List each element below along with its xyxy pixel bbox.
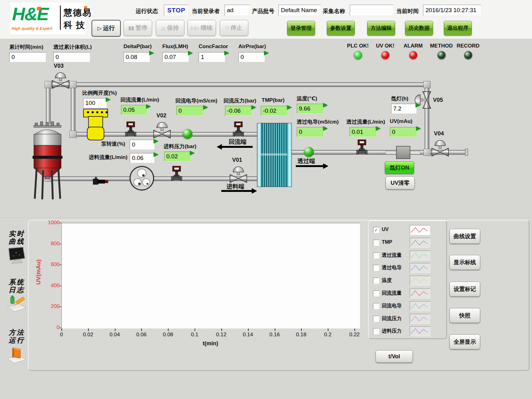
flag-icon <box>149 51 154 55</box>
legend-checkbox[interactable] <box>373 265 379 271</box>
xenon-hours-input[interactable]: 7.2 <box>391 104 417 114</box>
led-label: METHOD <box>430 43 453 49</box>
prop-open-label: 比例阀开度(%) <box>82 89 117 97</box>
valve-v04[interactable] <box>431 138 449 157</box>
valve-v02[interactable] <box>153 120 171 139</box>
control-button-0[interactable]: ▷运行 <box>92 20 121 37</box>
prop-valve-ball[interactable] <box>87 127 104 140</box>
sidebar-item-label: 实时曲线 <box>9 230 25 245</box>
x-tick-mark <box>328 329 328 331</box>
legend-series-label: 回流流量 <box>382 290 402 297</box>
fullscreen-button[interactable]: 全屏显示 <box>449 334 480 349</box>
x-tick-label: 0.04 <box>106 332 124 338</box>
prop-open-input[interactable]: 100 <box>83 98 107 108</box>
valve-v02-label: V02 <box>156 112 166 119</box>
login-manage-button[interactable]: 登录管理 <box>287 21 315 35</box>
valve-v03[interactable] <box>51 71 70 89</box>
legend-line-sample[interactable] <box>410 288 430 298</box>
led-label: ALARM <box>404 43 422 49</box>
pump-speed-input[interactable]: 0 <box>130 140 155 150</box>
reflux-cond-value: 0 <box>176 106 204 116</box>
exit-program-button[interactable]: 退出程序 <box>444 21 472 35</box>
xenon-lamp-on-button[interactable]: 氙灯ON <box>385 161 414 174</box>
feed-tank <box>32 121 63 202</box>
control-button-label: 保持 <box>167 24 179 32</box>
kpi-value: 1 <box>199 52 225 62</box>
control-button-3[interactable]: ▷▷继续 <box>187 20 216 36</box>
legend-line-sample[interactable] <box>410 326 430 336</box>
perm-cond-label: 透过电导(mS/cm) <box>297 118 339 125</box>
legend-row-7: 回流压力 <box>369 314 445 324</box>
pump-speed-label: 泵转速(%) <box>101 140 125 147</box>
legend-checkbox[interactable] <box>373 278 379 284</box>
flag-icon <box>264 51 269 55</box>
perm-flow-value: 0.01 <box>349 127 377 137</box>
legend-checkbox[interactable] <box>373 328 379 334</box>
x-tick-mark <box>61 329 62 331</box>
sidebar-label-line: 系统 <box>9 278 25 286</box>
prop-valve-bolts <box>87 111 108 113</box>
legend-line-sample[interactable] <box>410 314 430 324</box>
feed-drain-fitting <box>92 177 109 186</box>
sidebar-item-realtime-curve[interactable]: 实时曲线 <box>5 230 29 265</box>
legend-line-sample[interactable] <box>410 251 430 261</box>
legend-checkbox[interactable] <box>373 303 379 309</box>
feed-flow-input[interactable]: 0.06 <box>130 153 155 163</box>
snapshot-button[interactable]: 快照 <box>449 308 480 323</box>
param-settings-button[interactable]: 参数设置 <box>327 21 355 35</box>
legend-checkbox[interactable]: ✓ <box>373 227 379 233</box>
legend-line-sample[interactable] <box>410 276 430 286</box>
uv-detector-cell <box>396 146 410 159</box>
history-data-button[interactable]: 历史数据 <box>405 21 433 35</box>
legend-checkbox[interactable] <box>373 252 379 259</box>
control-button-label: 暂停 <box>136 24 147 32</box>
legend-line-sample[interactable] <box>410 238 430 248</box>
legend-checkbox[interactable] <box>373 240 379 246</box>
set-marker-button[interactable]: 设置标记 <box>449 282 480 297</box>
led-lamp-icon <box>354 51 362 59</box>
perm-cond-value: 0 <box>297 127 324 137</box>
method-edit-button[interactable]: 方法编辑 <box>367 21 395 35</box>
control-button-2[interactable]: △保持 <box>156 20 184 36</box>
batch-field[interactable]: Default Name <box>278 5 321 16</box>
flag-icon <box>416 126 421 131</box>
legend-line-sample[interactable] <box>410 301 430 311</box>
permeate-arrow-shaft <box>296 165 323 167</box>
sidebar-item-method-run[interactable]: 方法运行 <box>5 329 29 365</box>
legend-checkbox[interactable] <box>373 290 379 297</box>
feed-pump <box>129 165 155 191</box>
feed-pressure-sensor <box>171 166 182 181</box>
t-vol-toggle-button[interactable]: t/Vol <box>376 350 413 363</box>
led-plc-ok-: PLC OK! <box>344 43 372 59</box>
permeate-arrow-icon <box>323 163 328 169</box>
legend-line-sample[interactable] <box>410 225 430 235</box>
y-tick-mark <box>59 306 62 307</box>
acq-name-field[interactable] <box>350 5 394 16</box>
reflux-arrow-shaft <box>222 146 253 148</box>
legend-series-label: 温度 <box>382 277 392 284</box>
x-tick-mark <box>115 329 115 331</box>
led-lamp-icon <box>464 51 472 59</box>
legend-checkbox[interactable] <box>373 316 379 322</box>
sidebar-item-system-log[interactable]: 系统日志 <box>5 278 29 314</box>
brand-accent-2 <box>84 6 87 9</box>
flag-icon <box>287 105 292 110</box>
kpi-label: 累计时间(min) <box>9 43 43 51</box>
uv-zero-button[interactable]: UV清零 <box>385 176 415 189</box>
current-user-field[interactable]: ad <box>224 5 250 16</box>
xenon-hours-label: 氙灯(h) <box>391 95 408 102</box>
reflux-pres-label: 回流压力(bar) <box>223 97 256 104</box>
y-tick-mark <box>59 265 62 265</box>
flag-icon <box>203 105 208 110</box>
valve-v01[interactable] <box>229 165 248 184</box>
perm-flow-sensor <box>356 139 367 155</box>
curve-settings-button[interactable]: 曲线设置 <box>449 229 480 244</box>
pipe-tee-down <box>71 86 75 133</box>
temperature-label: 温度(℃) <box>297 95 317 102</box>
run-state-value: STOP <box>164 5 189 16</box>
control-button-1[interactable]: ▮▮暂停 <box>124 20 152 36</box>
legend-line-sample[interactable] <box>410 263 430 273</box>
legend-row-5: 回流流量 <box>369 288 445 299</box>
control-button-4[interactable]: □停止 <box>220 20 248 36</box>
show-marker-line-button[interactable]: 显示标线 <box>449 255 480 270</box>
